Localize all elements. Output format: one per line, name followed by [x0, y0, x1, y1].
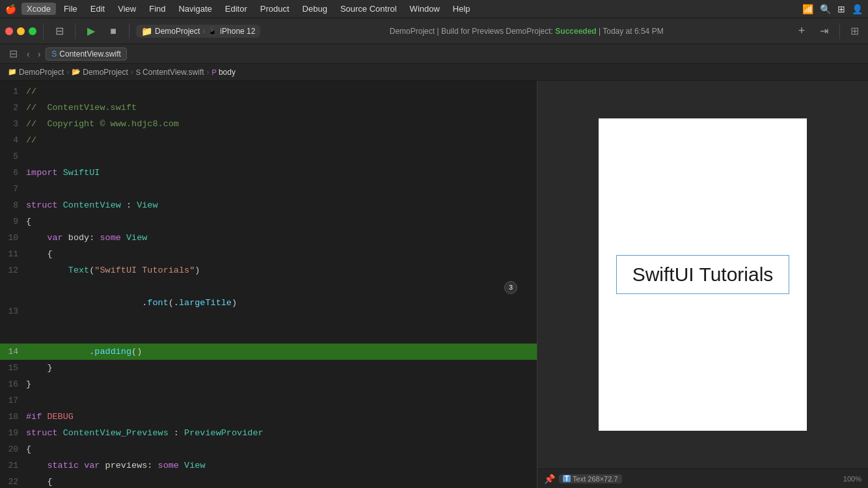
tab-bar: ⊟ ‹ › S ContentView.swift	[0, 44, 868, 64]
toolbar-separator-4	[839, 23, 840, 39]
menu-navigate[interactable]: Navigate	[173, 3, 217, 15]
build-status: DemoProject | Build for Previews DemoPro…	[264, 27, 789, 36]
breadcrumb-group[interactable]: 📂 DemoProject	[72, 68, 128, 77]
preview-swiftui-text: SwiftUI Tutorials	[616, 255, 790, 294]
code-line-2: 2 // ContentView.swift	[0, 100, 537, 116]
breadcrumb: 📁 DemoProject › 📂 DemoProject › S Conten…	[0, 64, 868, 81]
element-type-badge: T Text 268×72.7	[559, 474, 622, 483]
code-content[interactable]: 1 // 2 // ContentView.swift 3 // Copyrig…	[0, 81, 537, 488]
tab-contentview-swift[interactable]: S ContentView.swift	[46, 47, 127, 61]
toolbar-separator-2	[75, 23, 75, 39]
folder-icon: 📁	[8, 68, 17, 76]
search-menu-icon[interactable]: 🔍	[820, 4, 831, 14]
swift-file-icon: S	[51, 49, 57, 59]
folder-yellow-icon: 📂	[72, 68, 81, 76]
user-icon[interactable]: 👤	[852, 4, 863, 14]
code-line-11: 11 {	[0, 246, 537, 262]
wifi-icon: 📶	[802, 4, 813, 14]
back-button[interactable]: ‹	[24, 47, 33, 61]
forward-button[interactable]: ›	[35, 47, 44, 61]
code-line-7: 7	[0, 181, 537, 197]
inspector-toggle-button[interactable]: ⊞	[847, 23, 863, 38]
code-line-17: 17	[0, 392, 537, 409]
code-line-1: 1 //	[0, 83, 537, 100]
toolbar-separator	[43, 23, 44, 39]
code-line-9: 9 {	[0, 213, 537, 230]
menu-source-control[interactable]: Source Control	[335, 3, 402, 15]
control-center-icon[interactable]: ⊞	[837, 4, 845, 14]
preview-canvas: SwiftUI Tutorials	[537, 81, 868, 468]
code-line-14: 14 .padding()	[0, 344, 537, 360]
toolbar-separator-3	[129, 23, 129, 39]
code-line-13: 13 .font(.largeTitle) 3	[0, 278, 537, 344]
code-line-5: 5	[0, 148, 537, 165]
menu-bar: 🍎 Xcode File Edit View Find Navigate Edi…	[0, 0, 868, 18]
zoom-level: 100%	[843, 475, 861, 483]
run-button[interactable]: ▶	[82, 23, 100, 39]
project-icon: 📁	[141, 26, 152, 36]
menu-view[interactable]: View	[113, 3, 141, 15]
toolbar: ⊟ ▶ ■ 📁 DemoProject › 📱 iPhone 12 DemoPr…	[0, 18, 868, 44]
minimize-button[interactable]	[17, 27, 25, 35]
menu-debug[interactable]: Debug	[297, 3, 332, 15]
element-info: Text 268×72.7	[573, 475, 617, 483]
menu-edit[interactable]: Edit	[85, 3, 110, 15]
breadcrumb-symbol[interactable]: P body	[212, 68, 236, 77]
code-line-19: 19 struct ContentView_Previews : Preview…	[0, 425, 537, 441]
code-line-22: 22 {	[0, 474, 537, 488]
jump-bar-button[interactable]: ⇥	[815, 23, 833, 39]
stop-button[interactable]: ■	[104, 23, 122, 39]
code-line-15: 15 }	[0, 360, 537, 376]
sidebar-toggle-button[interactable]: ⊟	[50, 23, 68, 39]
menu-window[interactable]: Window	[405, 3, 445, 15]
scheme-name: DemoProject	[155, 27, 200, 36]
add-button[interactable]: +	[793, 23, 811, 39]
preview-device: SwiftUI Tutorials	[599, 118, 807, 431]
chevron-right-icon: ›	[202, 27, 205, 36]
menu-xcode[interactable]: Xcode	[21, 3, 56, 15]
apple-logo-icon: 🍎	[5, 4, 16, 14]
device-name: iPhone 12	[220, 27, 255, 36]
swift-breadcrumb-icon: S	[136, 68, 141, 76]
code-line-10: 10 var body: some View	[0, 230, 537, 246]
code-line-20: 20 {	[0, 441, 537, 457]
status-text: DemoProject | Build for Previews DemoPro…	[390, 27, 664, 36]
code-line-3: 3 // Copyright © www.hdjc8.com	[0, 116, 537, 132]
pin-preview-button[interactable]: 📌	[544, 474, 555, 484]
close-button[interactable]	[5, 27, 13, 35]
preview-panel: SwiftUI Tutorials 📌 T Text 268×72.7 100%	[537, 81, 868, 488]
menu-editor[interactable]: Editor	[220, 3, 252, 15]
code-line-4: 4 //	[0, 132, 537, 148]
main-area: 1 // 2 // ContentView.swift 3 // Copyrig…	[0, 81, 868, 488]
code-line-12: 12 Text("SwiftUI Tutorials")	[0, 262, 537, 278]
maximize-button[interactable]	[29, 27, 36, 35]
breakpoint-badge: 3	[504, 281, 517, 294]
navigator-icon[interactable]: ⊟	[5, 46, 21, 61]
code-line-8: 8 struct ContentView : View	[0, 197, 537, 213]
breadcrumb-project[interactable]: 📁 DemoProject	[8, 68, 64, 77]
preview-footer: 📌 T Text 268×72.7 100%	[537, 468, 868, 488]
menu-help[interactable]: Help	[448, 3, 476, 15]
tab-label: ContentView.swift	[59, 49, 121, 59]
code-line-21: 21 static var previews: some View	[0, 457, 537, 474]
menu-find[interactable]: Find	[144, 3, 170, 15]
menu-product[interactable]: Product	[255, 3, 295, 15]
scheme-selector[interactable]: 📁 DemoProject › 📱 iPhone 12	[136, 25, 260, 38]
menu-file[interactable]: File	[59, 3, 83, 15]
breadcrumb-file[interactable]: S ContentView.swift	[136, 68, 204, 77]
phone-icon: 📱	[208, 27, 217, 36]
property-icon: P	[212, 68, 217, 76]
code-line-16: 16 }	[0, 376, 537, 392]
code-line-6: 6 import SwiftUI	[0, 165, 537, 181]
code-editor[interactable]: 1 // 2 // ContentView.swift 3 // Copyrig…	[0, 81, 537, 488]
code-line-18: 18 #if DEBUG	[0, 409, 537, 425]
